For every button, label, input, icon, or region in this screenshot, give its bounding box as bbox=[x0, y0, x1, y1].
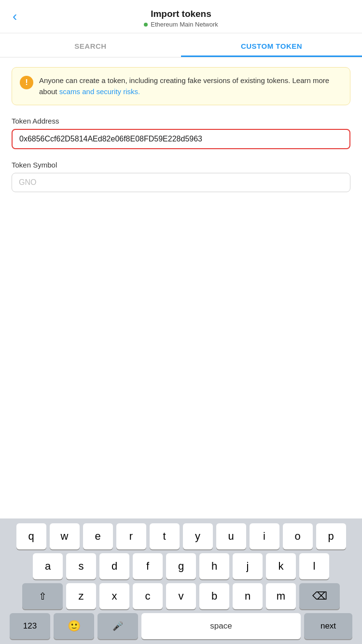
keyboard-row-3: ⇧ z x c v b n m ⌫ bbox=[2, 583, 360, 609]
key-r[interactable]: r bbox=[116, 523, 146, 549]
mic-key[interactable]: 🎤 bbox=[97, 613, 138, 639]
key-l[interactable]: l bbox=[299, 553, 329, 579]
header: ‹ Import tokens Ethereum Main Network bbox=[0, 0, 362, 33]
key-f[interactable]: f bbox=[133, 553, 163, 579]
key-e[interactable]: e bbox=[83, 523, 113, 549]
network-name: Ethereum Main Network bbox=[151, 21, 218, 28]
token-symbol-input[interactable] bbox=[19, 178, 343, 187]
key-h[interactable]: h bbox=[199, 553, 229, 579]
key-s[interactable]: s bbox=[66, 553, 96, 579]
keyboard-row-1: q w e r t y u i o p bbox=[2, 523, 360, 549]
network-status-dot bbox=[144, 23, 148, 27]
key-d[interactable]: d bbox=[99, 553, 129, 579]
key-w[interactable]: w bbox=[50, 523, 80, 549]
key-j[interactable]: j bbox=[233, 553, 263, 579]
key-p[interactable]: p bbox=[316, 523, 346, 549]
key-z[interactable]: z bbox=[66, 583, 96, 609]
tab-bar: SEARCH CUSTOM TOKEN bbox=[0, 33, 362, 57]
key-q[interactable]: q bbox=[16, 523, 46, 549]
key-a[interactable]: a bbox=[33, 553, 63, 579]
header-subtitle: Ethereum Main Network bbox=[144, 21, 218, 28]
token-address-label: Token Address bbox=[12, 117, 350, 125]
key-y[interactable]: y bbox=[183, 523, 213, 549]
tab-custom-token[interactable]: CUSTOM TOKEN bbox=[181, 33, 362, 57]
token-address-field-group: Token Address bbox=[12, 117, 350, 149]
key-o[interactable]: o bbox=[283, 523, 313, 549]
emoji-key[interactable]: 🙂 bbox=[54, 613, 94, 639]
warning-text: Anyone can create a token, including cre… bbox=[39, 75, 342, 97]
page-title: Import tokens bbox=[144, 9, 218, 19]
key-b[interactable]: b bbox=[199, 583, 229, 609]
key-u[interactable]: u bbox=[216, 523, 246, 549]
warning-link[interactable]: scams and security risks. bbox=[59, 87, 140, 96]
main-content: ! Anyone can create a token, including c… bbox=[0, 57, 362, 213]
key-n[interactable]: n bbox=[233, 583, 263, 609]
key-i[interactable]: i bbox=[250, 523, 279, 549]
key-t[interactable]: t bbox=[150, 523, 180, 549]
key-c[interactable]: c bbox=[133, 583, 163, 609]
token-symbol-field-group: Token Symbol bbox=[12, 161, 350, 192]
keyboard-row-2: a s d f g h j k l bbox=[2, 553, 360, 579]
keyboard: q w e r t y u i o p a s d f g h j k l ⇧ … bbox=[0, 518, 362, 644]
header-title-group: Import tokens Ethereum Main Network bbox=[144, 9, 218, 28]
next-key[interactable]: next bbox=[304, 613, 352, 639]
key-g[interactable]: g bbox=[166, 553, 196, 579]
key-k[interactable]: k bbox=[266, 553, 296, 579]
key-x[interactable]: x bbox=[99, 583, 129, 609]
keyboard-row-4: 123 🙂 🎤 space next bbox=[2, 613, 360, 639]
key-m[interactable]: m bbox=[266, 583, 296, 609]
warning-banner: ! Anyone can create a token, including c… bbox=[12, 67, 350, 105]
token-address-input[interactable] bbox=[19, 135, 343, 143]
backspace-key[interactable]: ⌫ bbox=[299, 583, 340, 609]
token-symbol-container bbox=[12, 173, 350, 192]
token-address-container bbox=[12, 129, 350, 149]
warning-icon: ! bbox=[20, 76, 33, 89]
key-v[interactable]: v bbox=[166, 583, 196, 609]
space-key[interactable]: space bbox=[141, 613, 301, 639]
token-symbol-label: Token Symbol bbox=[12, 161, 350, 169]
back-button[interactable]: ‹ bbox=[10, 6, 20, 27]
numbers-key[interactable]: 123 bbox=[10, 613, 50, 639]
shift-key[interactable]: ⇧ bbox=[22, 583, 63, 609]
tab-search[interactable]: SEARCH bbox=[0, 33, 181, 57]
